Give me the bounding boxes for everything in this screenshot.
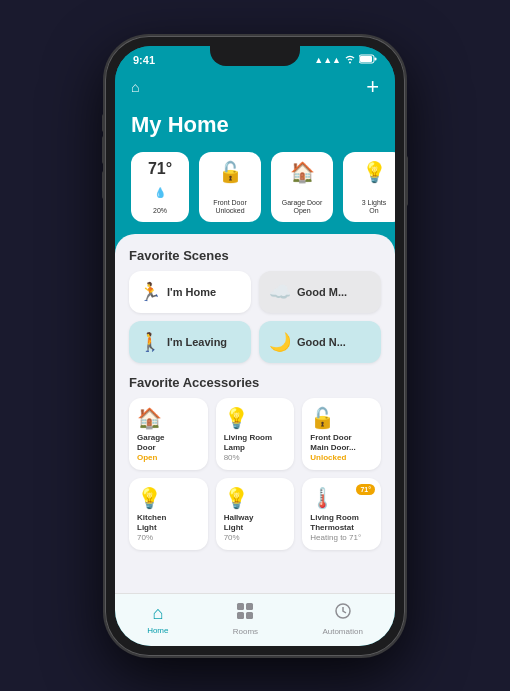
accessory-living-lamp[interactable]: 💡 Living RoomLamp 80% [216, 398, 295, 470]
garage-door-tile[interactable]: 🏠 Garage DoorOpen [271, 152, 333, 222]
thermostat-status: Heating to 71° [310, 533, 373, 542]
scenes-grid: 🏃 I'm Home ☁️ Good M... 🚶 I'm Leaving 🌙 … [129, 271, 381, 363]
vol-up-button [102, 136, 105, 164]
garage-door-acc-icon: 🏠 [137, 406, 200, 430]
page-title: My Home [131, 112, 229, 137]
accessory-hallway-light[interactable]: 💡 HallwayLight 70% [216, 478, 295, 550]
rooms-tab-icon [236, 602, 254, 625]
front-door-label: Front DoorUnlocked [213, 199, 246, 216]
im-leaving-label: I'm Leaving [167, 336, 227, 348]
weather-temp: 71° [148, 160, 172, 178]
good-night-icon: 🌙 [269, 331, 291, 353]
tab-automation[interactable]: Automation [322, 602, 362, 636]
tab-bar: ⌂ Home Rooms [115, 593, 395, 646]
status-icons: ▲▲▲ [314, 54, 377, 66]
status-time: 9:41 [133, 54, 155, 66]
thermostat-badge: 71° [356, 484, 375, 495]
lights-tile[interactable]: 💡 3 LightsOn [343, 152, 395, 222]
accessory-thermostat[interactable]: 71° 🌡️ Living RoomThermostat Heating to … [302, 478, 381, 550]
front-door-icon: 🔓 [218, 160, 243, 184]
garage-door-icon: 🏠 [290, 160, 315, 184]
front-door-lock-name: Front DoorMain Door... [310, 433, 373, 452]
wifi-icon [344, 54, 356, 66]
kitchen-light-icon: 💡 [137, 486, 200, 510]
garage-door-label: Garage DoorOpen [282, 199, 322, 216]
front-door-lock-icon: 🔓 [310, 406, 373, 430]
phone-screen: 9:41 ▲▲▲ [115, 46, 395, 646]
lights-label: 3 LightsOn [362, 199, 387, 216]
add-button[interactable]: + [366, 74, 379, 100]
living-lamp-status: 80% [224, 453, 287, 462]
notch [210, 46, 300, 66]
weather-humidity: 20% [153, 207, 167, 215]
scene-good-night[interactable]: 🌙 Good N... [259, 321, 381, 363]
home-header-icon: ⌂ [131, 79, 139, 95]
front-door-tile[interactable]: 🔓 Front DoorUnlocked [199, 152, 261, 222]
garage-door-acc-name: GarageDoor [137, 433, 200, 452]
good-morning-label: Good M... [297, 286, 347, 298]
scene-good-morning[interactable]: ☁️ Good M... [259, 271, 381, 313]
tab-home[interactable]: ⌂ Home [147, 603, 168, 635]
automation-tab-label: Automation [322, 627, 362, 636]
side-button [405, 156, 408, 206]
scene-im-leaving[interactable]: 🚶 I'm Leaving [129, 321, 251, 363]
garage-door-acc-status: Open [137, 453, 200, 462]
im-home-icon: 🏃 [139, 281, 161, 303]
accessory-kitchen-light[interactable]: 💡 KitchenLight 70% [129, 478, 208, 550]
accessories-section-title: Favorite Accessories [129, 375, 381, 390]
scene-im-home[interactable]: 🏃 I'm Home [129, 271, 251, 313]
header-left: ⌂ [131, 79, 139, 95]
phone-frame: 9:41 ▲▲▲ [105, 36, 405, 656]
home-tab-label: Home [147, 626, 168, 635]
kitchen-light-status: 70% [137, 533, 200, 542]
hallway-light-status: 70% [224, 533, 287, 542]
accessory-front-door-lock[interactable]: 🔓 Front DoorMain Door... Unlocked [302, 398, 381, 470]
hallway-light-icon: 💡 [224, 486, 287, 510]
scenes-section-title: Favorite Scenes [129, 248, 381, 263]
living-lamp-name: Living RoomLamp [224, 433, 287, 452]
accessory-garage-door[interactable]: 🏠 GarageDoor Open [129, 398, 208, 470]
svg-rect-5 [237, 612, 244, 619]
good-morning-icon: ☁️ [269, 281, 291, 303]
rooms-tab-label: Rooms [233, 627, 258, 636]
weather-tile[interactable]: 71° 💧 20% [131, 152, 189, 222]
svg-rect-1 [360, 56, 372, 62]
im-leaving-icon: 🚶 [139, 331, 161, 353]
svg-rect-2 [375, 57, 377, 60]
vol-down-button [102, 171, 105, 199]
battery-icon [359, 54, 377, 66]
home-tab-icon: ⌂ [152, 603, 163, 624]
mute-button [102, 114, 105, 132]
kitchen-light-name: KitchenLight [137, 513, 200, 532]
im-home-label: I'm Home [167, 286, 216, 298]
automation-tab-icon [334, 602, 352, 625]
svg-rect-3 [237, 603, 244, 610]
svg-rect-6 [246, 612, 253, 619]
lights-icon: 💡 [362, 160, 387, 184]
screen-content: 9:41 ▲▲▲ [115, 46, 395, 646]
hallway-light-name: HallwayLight [224, 513, 287, 532]
devices-row: 71° 💧 20% 🔓 Front DoorUnlocked 🏠 Garage … [115, 148, 395, 234]
svg-rect-4 [246, 603, 253, 610]
living-lamp-icon: 💡 [224, 406, 287, 430]
front-door-lock-status: Unlocked [310, 453, 373, 462]
thermostat-name: Living RoomThermostat [310, 513, 373, 532]
tab-rooms[interactable]: Rooms [233, 602, 258, 636]
app-header: ⌂ + [115, 70, 395, 112]
good-night-label: Good N... [297, 336, 346, 348]
main-content: Favorite Scenes 🏃 I'm Home ☁️ Good M... … [115, 234, 395, 593]
accessories-grid: 🏠 GarageDoor Open 💡 Living RoomLamp 80% [129, 398, 381, 550]
signal-icon: ▲▲▲ [314, 55, 341, 65]
